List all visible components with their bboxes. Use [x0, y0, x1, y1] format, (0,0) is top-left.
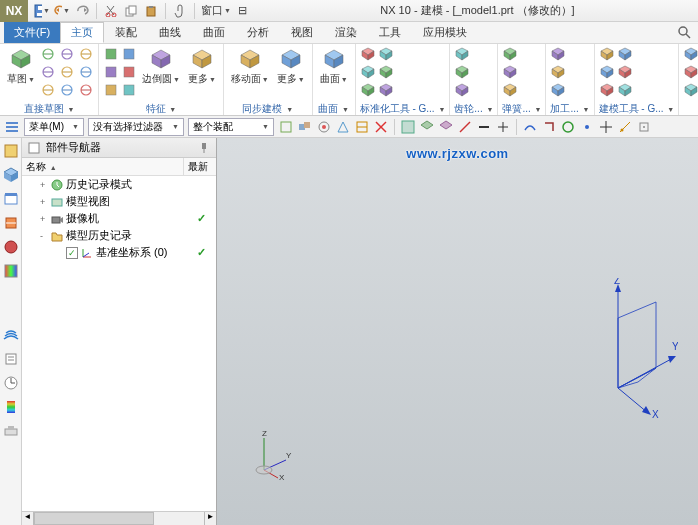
ribbon-small-icon[interactable]	[78, 46, 94, 62]
col-name[interactable]: 名称 ▲	[22, 158, 184, 175]
filter-dropdown[interactable]: 没有选择过滤器▼	[88, 118, 184, 136]
ribbon-small-icon[interactable]	[103, 82, 119, 98]
ribbon-small-icon[interactable]	[103, 46, 119, 62]
graphics-viewport[interactable]: www.rjzxw.com Z Y X Z Y X	[217, 138, 698, 525]
navigator-scrollbar[interactable]: ◄ ►	[22, 511, 216, 525]
tree-row[interactable]: ✓基准坐标系 (0)✓	[22, 244, 216, 261]
ribbon-small-icon[interactable]	[683, 82, 698, 98]
ribbon-small-icon[interactable]	[59, 46, 75, 62]
selbar-tool-17[interactable]	[617, 119, 633, 135]
selbar-tool-6[interactable]	[400, 119, 416, 135]
tree-row[interactable]: -模型历史记录	[22, 227, 216, 244]
selbar-tool-13[interactable]	[541, 119, 557, 135]
col-latest[interactable]: 最新	[184, 158, 216, 175]
selbar-tool-15[interactable]	[579, 119, 595, 135]
ribbon-button-移动面[interactable]: 移动面▼	[228, 46, 272, 87]
selbar-tool-14[interactable]	[560, 119, 576, 135]
ribbon-small-icon[interactable]	[617, 46, 633, 62]
ribbon-small-icon[interactable]	[121, 46, 137, 62]
rail-icon-10[interactable]	[2, 422, 20, 440]
cut-icon[interactable]	[103, 3, 119, 19]
selbar-tool-2[interactable]	[316, 119, 332, 135]
overflow-icon[interactable]: ⊟	[235, 3, 251, 19]
pin-icon[interactable]	[196, 140, 212, 156]
ribbon-small-icon[interactable]	[599, 64, 615, 80]
undo-icon[interactable]: ▼	[54, 3, 70, 19]
ribbon-small-icon[interactable]	[360, 46, 376, 62]
tab-视图[interactable]: 视图	[280, 22, 324, 43]
tree-row[interactable]: +模型视图	[22, 193, 216, 210]
ribbon-small-icon[interactable]	[378, 82, 394, 98]
selbar-tool-12[interactable]	[522, 119, 538, 135]
selbar-tool-0[interactable]	[278, 119, 294, 135]
ribbon-small-icon[interactable]	[454, 64, 470, 80]
datum-csys[interactable]: Z Y X	[588, 278, 678, 418]
rail-icon-6[interactable]	[2, 326, 20, 344]
tab-曲面[interactable]: 曲面	[192, 22, 236, 43]
tab-分析[interactable]: 分析	[236, 22, 280, 43]
ribbon-small-icon[interactable]	[121, 64, 137, 80]
selbar-tool-16[interactable]	[598, 119, 614, 135]
ribbon-small-icon[interactable]	[59, 82, 75, 98]
menu-dropdown[interactable]: 菜单(M)▼	[24, 118, 84, 136]
tab-应用模块[interactable]: 应用模块	[412, 22, 478, 43]
ribbon-small-icon[interactable]	[378, 46, 394, 62]
rail-icon-7[interactable]	[2, 350, 20, 368]
selbar-tool-9[interactable]	[457, 119, 473, 135]
ribbon-small-icon[interactable]	[550, 82, 566, 98]
tab-主页[interactable]: 主页	[60, 22, 104, 43]
ribbon-small-icon[interactable]	[40, 82, 56, 98]
ribbon-small-icon[interactable]	[454, 46, 470, 62]
tab-渲染[interactable]: 渲染	[324, 22, 368, 43]
ribbon-small-icon[interactable]	[78, 64, 94, 80]
ribbon-small-icon[interactable]	[599, 46, 615, 62]
tree-row[interactable]: +历史记录模式	[22, 176, 216, 193]
selbar-tool-7[interactable]	[419, 119, 435, 135]
selbar-tool-8[interactable]	[438, 119, 454, 135]
paste-icon[interactable]	[143, 3, 159, 19]
rail-icon-4[interactable]	[2, 238, 20, 256]
ribbon-small-icon[interactable]	[78, 82, 94, 98]
ribbon-button-更多[interactable]: 更多▼	[185, 46, 219, 87]
ribbon-button-更多[interactable]: 更多▼	[274, 46, 308, 87]
selbar-tool-18[interactable]	[636, 119, 652, 135]
rail-icon-2[interactable]	[2, 190, 20, 208]
ribbon-small-icon[interactable]	[40, 64, 56, 80]
selbar-tool-10[interactable]	[476, 119, 492, 135]
window-dropdown[interactable]: 窗口▼	[201, 3, 231, 19]
selbar-tool-11[interactable]	[495, 119, 511, 135]
ribbon-small-icon[interactable]	[121, 82, 137, 98]
ribbon-small-icon[interactable]	[502, 82, 518, 98]
ribbon-small-icon[interactable]	[550, 46, 566, 62]
selbar-tool-5[interactable]	[373, 119, 389, 135]
ribbon-small-icon[interactable]	[378, 64, 394, 80]
tree-row[interactable]: +摄像机✓	[22, 210, 216, 227]
ribbon-button-草图[interactable]: 草图▼	[4, 46, 38, 87]
ribbon-small-icon[interactable]	[360, 82, 376, 98]
rail-icon-5[interactable]	[2, 262, 20, 280]
save-icon[interactable]: ▼	[34, 3, 50, 19]
tab-曲线[interactable]: 曲线	[148, 22, 192, 43]
ribbon-button-曲面[interactable]: 曲面▼	[317, 46, 351, 87]
ribbon-small-icon[interactable]	[683, 46, 698, 62]
ribbon-small-icon[interactable]	[360, 64, 376, 80]
rail-icon-0[interactable]	[2, 142, 20, 160]
ribbon-small-icon[interactable]	[599, 82, 615, 98]
tab-工具[interactable]: 工具	[368, 22, 412, 43]
selbar-menu-icon[interactable]	[4, 119, 20, 135]
ribbon-small-icon[interactable]	[550, 64, 566, 80]
rail-icon-8[interactable]	[2, 374, 20, 392]
selbar-tool-3[interactable]	[335, 119, 351, 135]
selbar-tool-4[interactable]	[354, 119, 370, 135]
ribbon-small-icon[interactable]	[617, 64, 633, 80]
ribbon-small-icon[interactable]	[454, 82, 470, 98]
ribbon-small-icon[interactable]	[683, 64, 698, 80]
ribbon-button-边倒圆[interactable]: 边倒圆▼	[139, 46, 183, 87]
rail-icon-1[interactable]	[2, 166, 20, 184]
selbar-tool-1[interactable]	[297, 119, 313, 135]
ribbon-small-icon[interactable]	[502, 64, 518, 80]
file-menu[interactable]: 文件(F)	[4, 22, 60, 43]
navigator-tree[interactable]: +历史记录模式+模型视图+摄像机✓-模型历史记录✓基准坐标系 (0)✓	[22, 176, 216, 511]
ribbon-small-icon[interactable]	[103, 64, 119, 80]
command-finder-icon[interactable]	[672, 22, 698, 43]
